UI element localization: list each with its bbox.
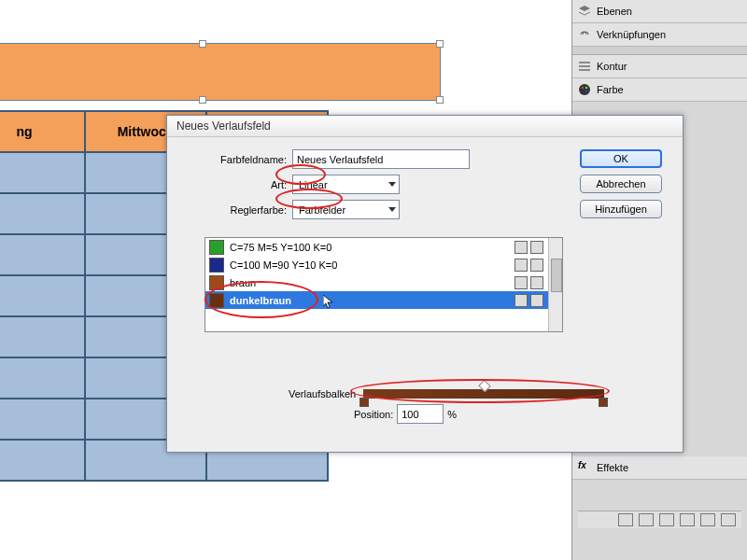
panel-label: Verknüpfungen xyxy=(597,29,666,40)
swatch-name-input[interactable] xyxy=(292,149,470,169)
footer-icon[interactable] xyxy=(700,513,715,526)
position-input[interactable] xyxy=(397,404,444,424)
stop-color-dropdown[interactable]: Farbfelder xyxy=(292,200,400,219)
stroke-icon xyxy=(578,60,591,73)
panel-label: Kontur xyxy=(597,61,627,72)
svg-point-0 xyxy=(579,84,590,95)
col-header: ng xyxy=(0,111,85,152)
dialog-title: Neues Verlaufsfeld xyxy=(167,116,683,137)
swatch-label: braun xyxy=(230,277,256,288)
midpoint-handle[interactable] xyxy=(478,380,490,392)
palette-icon xyxy=(578,83,591,96)
type-dropdown[interactable]: Linear xyxy=(292,175,400,194)
swatch-row[interactable]: braun xyxy=(205,273,562,291)
cancel-button[interactable]: Abbrechen xyxy=(580,175,662,193)
swatch-row[interactable]: C=75 M=5 Y=100 K=0 xyxy=(205,238,562,256)
panel-label: Farbe xyxy=(597,84,624,95)
type-value: Linear xyxy=(299,179,328,190)
svg-point-2 xyxy=(585,87,588,90)
panel-kontur[interactable]: Kontur xyxy=(572,55,747,78)
swatch-row[interactable]: C=100 M=90 Y=10 K=0 xyxy=(205,256,562,273)
footer-icon[interactable] xyxy=(659,513,674,526)
swatch-color-icon xyxy=(209,293,224,308)
footer-icon[interactable] xyxy=(618,513,633,526)
chevron-down-icon xyxy=(388,182,396,187)
gradient-ramp-label: Verlaufsbalken xyxy=(289,388,356,399)
swatch-color-icon xyxy=(209,275,224,290)
swatch-label: C=75 M=5 Y=100 K=0 xyxy=(230,242,331,253)
panel-ebenen[interactable]: Ebenen xyxy=(572,0,747,23)
new-gradient-swatch-dialog: Neues Verlaufsfeld Farbfeldname: Art: Li… xyxy=(166,115,684,453)
swatch-row-selected[interactable]: dunkelbraun xyxy=(205,291,562,309)
panel-label: Ebenen xyxy=(597,6,632,17)
percent-label: % xyxy=(447,409,457,420)
swatch-label: dunkelbraun xyxy=(230,295,291,306)
swatch-label: C=100 M=90 Y=10 K=0 xyxy=(230,259,337,271)
stop-color-label: Reglerfarbe: xyxy=(184,204,287,216)
panel-effekte[interactable]: fx Effekte xyxy=(572,456,747,480)
panel-farbe[interactable]: Farbe xyxy=(572,78,747,102)
chevron-down-icon xyxy=(388,207,396,212)
stop-color-value: Farbfelder xyxy=(299,204,345,216)
scrollbar-thumb[interactable] xyxy=(551,259,562,292)
panel-label: Effekte xyxy=(597,462,628,473)
scrollbar[interactable] xyxy=(548,238,562,331)
swatch-color-icon xyxy=(209,258,224,273)
trash-icon[interactable] xyxy=(721,513,736,526)
add-button[interactable]: Hinzufügen xyxy=(580,200,662,218)
swatch-name-label: Farbfeldname: xyxy=(184,154,287,165)
swatch-color-icon xyxy=(209,240,224,255)
ok-button[interactable]: OK xyxy=(580,149,662,168)
svg-point-3 xyxy=(585,91,588,93)
footer-icon[interactable] xyxy=(639,513,654,526)
position-label: Position: xyxy=(354,409,393,420)
mouse-cursor xyxy=(323,295,334,310)
svg-point-1 xyxy=(582,87,585,90)
footer-icon[interactable] xyxy=(680,513,695,526)
type-label: Art: xyxy=(184,179,287,190)
gradient-ramp[interactable] xyxy=(363,389,604,399)
panel-links[interactable]: Verknüpfungen xyxy=(572,23,747,47)
link-icon xyxy=(578,28,591,41)
fx-icon: fx xyxy=(578,460,591,473)
gradient-stop-right[interactable] xyxy=(599,398,608,407)
layers-icon xyxy=(578,5,591,18)
swatch-list[interactable]: C=75 M=5 Y=100 K=0 C=100 M=90 Y=10 K=0 b… xyxy=(204,237,563,332)
panel-footer xyxy=(578,511,741,528)
